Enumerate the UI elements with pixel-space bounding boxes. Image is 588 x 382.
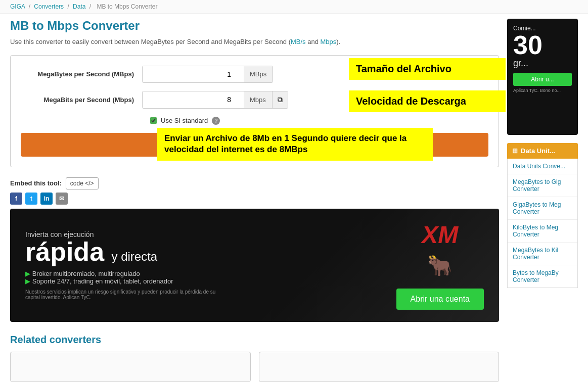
sidebar-ad-disclaimer: Aplican TyC. Bono no...	[513, 88, 561, 93]
megabytes-input[interactable]	[143, 66, 244, 82]
megabits-input[interactable]	[143, 91, 244, 108]
sidebar-abrir-button[interactable]: Abrir u...	[513, 73, 572, 86]
copy-button[interactable]: ⧉	[272, 91, 288, 108]
desc-text2: and	[306, 38, 321, 45]
input-megabits-wrapper: Mbps ⧉	[142, 91, 288, 109]
annotation-enviar: Enviar un Archivo de 8Mb en 1 Segundo qu…	[157, 128, 433, 161]
sidebar-section-icon: ⊞	[512, 147, 518, 155]
help-icon[interactable]: ?	[212, 117, 220, 125]
main-content: MB to Mbps Converter Use this converter …	[10, 19, 499, 382]
sidebar-link-0[interactable]: Data Units Conve...	[508, 159, 577, 174]
ad-rapida: rápida y directa	[25, 238, 396, 265]
page-title: MB to Mbps Converter	[10, 19, 499, 33]
breadcrumb-sep2: /	[67, 3, 71, 10]
ad-banner: Invierta con ejecución rápida y directa …	[10, 209, 499, 322]
megabytes-unit: MBps	[244, 66, 273, 82]
annotation-tamano: Tamaño del Archivo	[349, 58, 506, 80]
desc-link-mbs[interactable]: MB/s	[291, 38, 306, 45]
embed-area: Embed this tool: code </> f t in ✉	[10, 175, 99, 205]
sidebar-section-label: Data Unit...	[521, 147, 555, 155]
breadcrumb-current: MB to Mbps Converter	[97, 3, 157, 10]
sidebar-ad-gr: gr...	[513, 58, 528, 69]
sidebar: Comie... 30 gr... Abrir u... Aplican TyC…	[507, 19, 578, 382]
embed-code-button[interactable]: code </>	[66, 177, 99, 189]
sidebar-link-3[interactable]: KiloBytes to MegConverter	[508, 220, 577, 243]
button-area: ↻ Convert MB/s to Mbps Enviar un Archivo…	[21, 133, 488, 157]
sidebar-links: Data Units Conve... MegaBytes to GigConv…	[507, 159, 578, 288]
converter-area: MegaBytes per Second (MBps) MBps MegaBit…	[10, 55, 499, 205]
breadcrumb-data[interactable]: Data	[73, 3, 85, 10]
related-card-1	[10, 352, 251, 382]
related-card-2	[259, 352, 500, 382]
facebook-icon[interactable]: f	[10, 193, 22, 205]
twitter-icon[interactable]: t	[25, 193, 37, 205]
label-megabits: MegaBits per Second (Mbps)	[21, 96, 142, 104]
desc-link-mbps[interactable]: Mbps	[321, 38, 337, 45]
si-standard-row: Use SI standard ?	[150, 117, 488, 125]
sidebar-link-2[interactable]: GigaBytes to MegConverter	[508, 197, 577, 220]
input-megabytes-wrapper: MBps	[142, 66, 273, 83]
ad-disclaimer: Nuestros servicios implican un riesgo si…	[25, 289, 228, 300]
megabits-unit: Mbps	[244, 91, 272, 108]
linkedin-icon[interactable]: in	[40, 193, 53, 205]
si-checkbox[interactable]	[150, 117, 157, 124]
sidebar-top-ad: Comie... 30 gr... Abrir u... Aplican TyC…	[507, 19, 578, 135]
ad-bullets: ▶ Broker multipremiado, multirregulado ▶…	[25, 270, 396, 285]
related-cards	[10, 352, 499, 382]
embed-label-row: Embed this tool: code </>	[10, 177, 99, 189]
related-title: Related converters	[10, 334, 499, 346]
label-megabytes: MegaBytes per Second (MBps)	[21, 70, 142, 78]
breadcrumb: GIGA / Converters / Data / MB to Mbps Co…	[0, 0, 588, 14]
sidebar-section-title: ⊞ Data Unit...	[507, 143, 578, 159]
breadcrumb-sep3: /	[89, 3, 93, 10]
embed-row: Embed this tool: code </> f t in ✉	[10, 175, 499, 205]
annotation-velocidad: Velocidad de Descarga	[349, 90, 506, 112]
email-icon[interactable]: ✉	[56, 193, 68, 205]
ad-text-area: Invierta con ejecución rápida y directa …	[25, 230, 396, 300]
breadcrumb-giga[interactable]: GIGA	[10, 3, 25, 10]
ad-right: XM 🐂 Abrir una cuenta	[396, 221, 484, 310]
ad-mascot: 🐂	[427, 254, 453, 277]
ad-open-account-button[interactable]: Abrir una cuenta	[396, 289, 484, 310]
embed-label: Embed this tool:	[10, 179, 62, 187]
sidebar-ad-num: 30	[513, 32, 542, 58]
desc-text3: ).	[336, 38, 340, 45]
sidebar-link-4[interactable]: MegaBytes to KilConverter	[508, 243, 577, 265]
page-description: Use this converter to easily convert bet…	[10, 37, 499, 47]
ad-brand: XM	[422, 221, 458, 249]
si-label: Use SI standard	[161, 117, 208, 124]
breadcrumb-converters[interactable]: Converters	[34, 3, 64, 10]
breadcrumb-sep1: /	[29, 3, 32, 10]
sidebar-link-1[interactable]: MegaBytes to GigConverter	[508, 174, 577, 197]
desc-text1: Use this converter to easily convert bet…	[10, 38, 291, 45]
sidebar-link-5[interactable]: Bytes to MegaByConverter	[508, 265, 577, 288]
social-icons: f t in ✉	[10, 193, 99, 205]
